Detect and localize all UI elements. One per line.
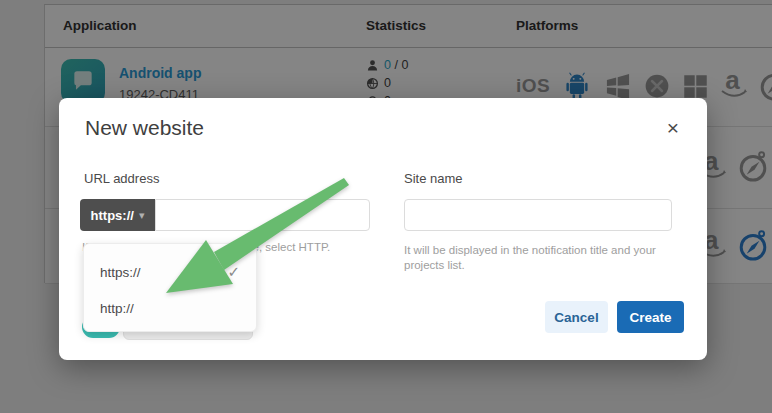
dropdown-option-https[interactable]: https:// ✓	[84, 254, 256, 290]
dropdown-option-http[interactable]: http://	[84, 290, 256, 326]
new-website-modal: New website × URL address Site name http…	[59, 98, 707, 360]
url-address-label: URL address	[84, 171, 159, 186]
create-button[interactable]: Create	[617, 301, 684, 333]
site-name-input[interactable]	[404, 199, 672, 231]
modal-title: New website	[85, 116, 204, 140]
url-input-group: https:// ▾	[80, 199, 370, 231]
protocol-dropdown-button[interactable]: https:// ▾	[80, 199, 155, 231]
site-name-label: Site name	[404, 171, 463, 186]
screen: Application Statistics Platforms Android…	[0, 0, 772, 413]
close-icon[interactable]: ×	[667, 118, 679, 138]
site-name-help-text: It will be displayed in the notification…	[404, 243, 684, 273]
chevron-down-icon: ▾	[139, 209, 145, 222]
cancel-button[interactable]: Cancel	[545, 301, 608, 333]
protocol-selected-value: https://	[91, 208, 134, 223]
check-icon: ✓	[227, 263, 240, 281]
url-input[interactable]	[155, 199, 370, 231]
protocol-dropdown-menu: https:// ✓ http://	[83, 243, 257, 332]
